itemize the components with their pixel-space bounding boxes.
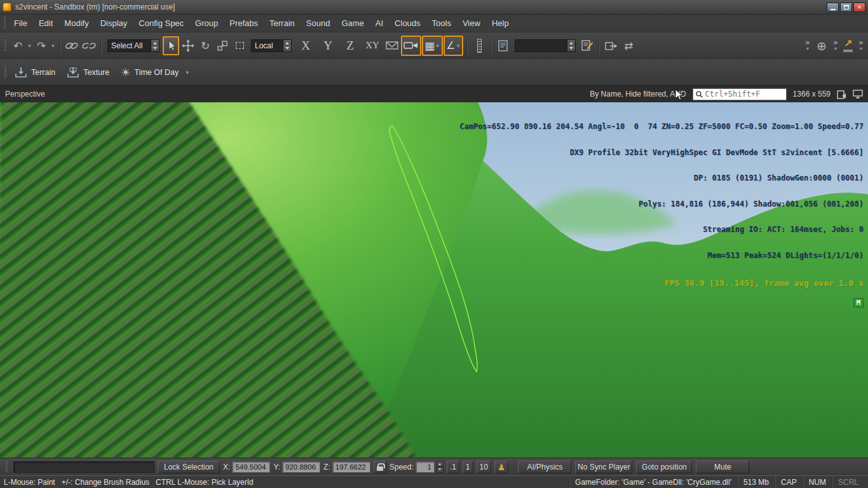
lock-selection-button[interactable]: Lock Selection — [158, 461, 220, 473]
world-settings-button[interactable]: ⊕ — [813, 36, 830, 55]
ai-physics-button[interactable]: AI/Physics — [518, 461, 571, 473]
toolbar-overflow-button[interactable]: » ▾ — [803, 39, 813, 52]
snap-grid-dropdown[interactable]: ▾ — [435, 36, 440, 55]
restore-button[interactable] — [840, 3, 852, 12]
toolbar-grip — [4, 39, 6, 52]
goto-player-button[interactable]: ↗ — [841, 37, 855, 54]
y-value-field[interactable]: 920.8806 — [282, 461, 320, 473]
edit-script-button[interactable] — [579, 36, 595, 55]
filter-mode-label[interactable]: By Name, Hide filtered, AND — [590, 90, 686, 98]
coord-system-combo[interactable]: Local — [251, 39, 292, 52]
no-sync-player-button[interactable]: No Sync Player — [575, 461, 632, 473]
sync-objects-button[interactable]: ⇄ — [620, 36, 637, 55]
selection-filter-combo[interactable]: Select All — [107, 39, 159, 52]
scale-tool-button[interactable] — [214, 36, 231, 55]
menu-display[interactable]: Display — [95, 15, 133, 32]
menubar: File Edit Modify Display Config Spec Gro… — [0, 14, 868, 32]
monitor-icon — [853, 90, 863, 98]
speed-spinner[interactable] — [437, 461, 444, 473]
shelf-dropdown[interactable]: ▾ — [184, 63, 190, 82]
close-button[interactable]: × — [853, 3, 865, 12]
menu-modify[interactable]: Modify — [58, 15, 94, 32]
menu-tools[interactable]: Tools — [426, 15, 457, 32]
select-tool-button[interactable] — [163, 36, 179, 55]
stats-line: Polys: 184,816 (186,944) Shadow:001,056 … — [459, 200, 864, 209]
overflow-chevron-icon: » — [805, 39, 810, 46]
status-right: GameFolder: 'Game' - GameDll: 'CryGame.d… — [569, 476, 864, 488]
spinner[interactable] — [567, 40, 575, 51]
menu-terrain[interactable]: Terrain — [264, 15, 301, 32]
texture-import-icon — [67, 67, 79, 78]
goto-position-button[interactable]: Goto position — [636, 461, 692, 473]
mute-button[interactable]: Mute — [696, 461, 749, 473]
layer-combo[interactable] — [515, 39, 576, 52]
axis-y-button[interactable]: Y — [317, 36, 339, 55]
goto-player-position-button[interactable]: ♟ — [494, 461, 509, 473]
axis-x-button[interactable]: X — [295, 36, 316, 55]
layer-editor-button[interactable] — [495, 36, 512, 55]
snap-angle-toggle[interactable]: ∠ ▾ — [444, 36, 463, 56]
menu-view[interactable]: View — [457, 15, 486, 32]
spinner[interactable] — [283, 40, 291, 51]
game-folder-info: GameFolder: 'Game' - GameDll: 'CryGame.d… — [569, 476, 737, 488]
menu-sound[interactable]: Sound — [301, 15, 336, 32]
undo-button[interactable]: ↶ — [10, 36, 26, 55]
snap-angle-dropdown[interactable]: ▾ — [455, 36, 461, 55]
bottom-toolbar: Lock Selection X: 549.5004 Y: 920.8806 Z… — [0, 458, 868, 475]
camera-snap-toggle[interactable] — [401, 36, 421, 56]
speed-preset-1-button[interactable]: 1 — [463, 461, 473, 473]
lock-axes-button[interactable] — [374, 461, 386, 473]
move-tool-button[interactable] — [180, 36, 196, 55]
axis-xy-button[interactable]: XY — [362, 36, 383, 55]
axis-z-button[interactable]: Z — [339, 36, 361, 55]
x-value-field[interactable]: 549.5004 — [232, 461, 270, 473]
unlink-objects-button[interactable] — [81, 36, 97, 55]
toolbar-overflow-button[interactable]: » ▾ — [831, 39, 841, 52]
undo-dropdown[interactable]: ▾ — [27, 36, 32, 55]
menu-game[interactable]: Game — [336, 15, 369, 32]
search-input[interactable] — [705, 90, 775, 98]
menu-group[interactable]: Group — [189, 15, 224, 32]
export-object-button[interactable] — [603, 36, 620, 55]
menu-config-spec[interactable]: Config Spec — [133, 15, 189, 32]
perspective-viewport[interactable]: CamPos=652.90 890.16 204.54 Angl=-10 0 7… — [0, 102, 868, 458]
menu-help[interactable]: Help — [486, 15, 515, 32]
ruler-button[interactable] — [471, 36, 487, 55]
redo-button[interactable]: ↷ — [33, 36, 50, 55]
overflow-caret-icon: ▾ — [860, 46, 862, 52]
spinner[interactable] — [151, 40, 159, 51]
speed-preset-01-button[interactable]: .1 — [447, 461, 459, 473]
menu-file[interactable]: File — [8, 15, 33, 32]
redo-dropdown[interactable]: ▾ — [50, 36, 56, 55]
object-search-box[interactable] — [693, 88, 787, 100]
z-label: Z: — [323, 463, 330, 471]
toolbar-grip — [6, 461, 8, 473]
z-value-field[interactable]: 197.6622 — [332, 461, 370, 473]
fps-counter: FPS 36.9 [19..145], frame avg over 1.0 s — [459, 279, 864, 288]
screenshot-button[interactable] — [837, 90, 846, 99]
texture-editor-button[interactable]: Texture — [61, 62, 115, 83]
menu-prefabs[interactable]: Prefabs — [224, 15, 264, 32]
rotate-tool-button[interactable]: ↻ — [197, 36, 214, 55]
menu-edit[interactable]: Edit — [33, 15, 58, 32]
main-toolbar: ↶ ▾ ↷ ▾ Select All ↻ Local — [0, 32, 868, 58]
time-of-day-button[interactable]: ☀ Time Of Day — [115, 62, 184, 83]
separator — [100, 37, 102, 55]
snap-to-grid-toggle[interactable]: ▦ ▾ — [422, 36, 443, 56]
select-area-tool-button[interactable] — [231, 36, 248, 55]
follow-terrain-button[interactable] — [384, 36, 400, 55]
menu-ai[interactable]: AI — [370, 15, 389, 32]
overflow-caret-icon: ▾ — [806, 46, 809, 52]
toolbar-grip — [4, 17, 6, 30]
link-objects-button[interactable] — [64, 36, 80, 55]
toolbar-overflow-button[interactable]: » ▾ — [856, 39, 866, 52]
display-settings-button[interactable] — [853, 90, 863, 98]
selected-object-field[interactable] — [13, 461, 154, 473]
link-icon — [65, 41, 79, 50]
viewport-mode-label[interactable]: Perspective — [5, 90, 45, 98]
speed-preset-10-button[interactable]: 10 — [477, 461, 491, 473]
minimize-button[interactable] — [827, 3, 839, 12]
terrain-editor-button[interactable]: Terrain — [9, 62, 61, 83]
menu-clouds[interactable]: Clouds — [389, 15, 426, 32]
speed-value-field[interactable]: 1 — [416, 461, 435, 473]
